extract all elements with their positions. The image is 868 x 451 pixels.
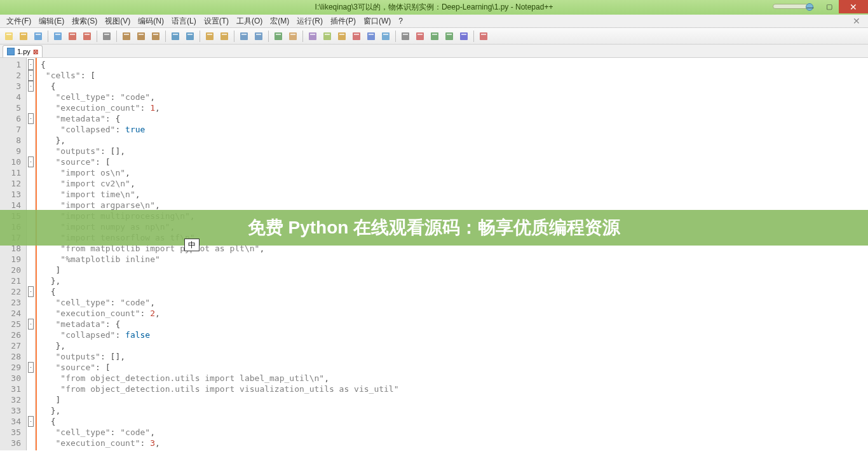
code-line[interactable]: "cell_type": "code", (41, 297, 868, 308)
zoom-out-icon[interactable] (252, 30, 265, 43)
code-line[interactable]: "import os\n", (41, 167, 868, 178)
find-icon[interactable] (203, 30, 216, 43)
code-line[interactable]: "execution_count": 3, (41, 438, 868, 448)
code-line[interactable]: { (41, 59, 868, 70)
svg-rect-26 (220, 32, 228, 40)
fold-marker[interactable]: - (27, 416, 35, 427)
menu-宏(M)[interactable]: 宏(M) (266, 16, 293, 27)
minimize-button[interactable]: — (801, 0, 820, 13)
fold-marker[interactable]: - (27, 286, 35, 297)
menu-搜索(S)[interactable]: 搜索(S) (68, 16, 101, 27)
menu-?[interactable]: ? (395, 17, 407, 25)
menu-编码(N)[interactable]: 编码(N) (134, 16, 168, 27)
open-file-icon[interactable] (17, 30, 30, 43)
show-all-icon[interactable] (306, 30, 319, 43)
menu-窗口(W)[interactable]: 窗口(W) (360, 16, 395, 27)
menu-文件(F)[interactable]: 文件(F) (3, 16, 35, 27)
code-line[interactable]: "cell_type": "code", (41, 427, 868, 438)
code-line[interactable]: "outputs": [], (41, 351, 868, 362)
code-line[interactable]: { (41, 81, 868, 92)
replay-icon[interactable] (443, 30, 456, 43)
code-line[interactable]: "cell_type": "code", (41, 92, 868, 102)
undo-icon[interactable] (169, 30, 182, 43)
fold-marker[interactable]: - (27, 319, 35, 330)
code-area[interactable]: { "cells": [ { "cell_type": "code", "exe… (36, 58, 868, 450)
file-tab[interactable]: 1.py ⊠ (3, 45, 43, 57)
save-macro-icon[interactable] (458, 30, 470, 43)
cut-icon[interactable] (120, 30, 133, 43)
fold-marker[interactable]: - (27, 156, 35, 167)
code-line[interactable]: "collapsed": false (41, 330, 868, 340)
svg-rect-8 (69, 32, 76, 40)
maximize-button[interactable]: ▢ (820, 0, 839, 13)
save-file-icon[interactable] (32, 30, 44, 43)
copy-icon[interactable] (135, 30, 147, 43)
doc-map-icon[interactable] (379, 30, 392, 43)
code-line[interactable]: "execution_count": 2, (41, 308, 868, 319)
code-line[interactable]: }, (41, 405, 868, 416)
function-list-icon[interactable] (365, 30, 377, 43)
menu-设置(T)[interactable]: 设置(T) (200, 16, 233, 27)
spell-check-icon[interactable] (477, 30, 490, 43)
fold-marker (27, 394, 35, 405)
menu-视图(V)[interactable]: 视图(V) (101, 16, 134, 27)
fold-marker[interactable]: - (27, 113, 35, 124)
menu-语言(L)[interactable]: 语言(L) (168, 16, 200, 27)
fold-marker[interactable]: - (27, 81, 35, 92)
code-line[interactable]: "import cv2\n", (41, 178, 868, 189)
svg-rect-13 (104, 34, 109, 35)
zoom-in-icon[interactable] (238, 30, 250, 43)
record-macro-icon[interactable] (414, 30, 426, 43)
close-button[interactable]: ✕ (839, 0, 868, 13)
code-line[interactable]: { (41, 416, 868, 427)
code-line[interactable]: "metadata": { (41, 113, 868, 124)
fold-marker[interactable]: - (27, 362, 35, 373)
code-line[interactable]: "source": [ (41, 362, 868, 373)
indent-guide-icon[interactable] (321, 30, 334, 43)
code-line[interactable]: ] (41, 394, 868, 405)
sync-icon[interactable] (272, 30, 285, 43)
word-wrap-icon[interactable] (287, 30, 299, 43)
code-line[interactable]: "%matplotlib inline" (41, 254, 868, 265)
fold-marker (27, 405, 35, 416)
menu-插件(P)[interactable]: 插件(P) (327, 16, 360, 27)
svg-rect-48 (402, 32, 409, 40)
fold-marker[interactable]: - (27, 70, 35, 81)
redo-icon[interactable] (184, 30, 196, 43)
code-line[interactable]: "cells": [ (41, 70, 868, 81)
fold-marker[interactable]: - (27, 59, 35, 70)
code-line[interactable]: }, (41, 340, 868, 351)
menu-工具(O)[interactable]: 工具(O) (233, 16, 266, 27)
new-file-icon[interactable] (3, 30, 15, 43)
code-line[interactable]: ] (41, 265, 868, 275)
menu-编辑(E)[interactable]: 编辑(E) (35, 16, 68, 27)
tab-close-icon[interactable]: ⊠ (33, 48, 38, 55)
paste-icon[interactable] (149, 30, 162, 43)
code-line[interactable]: "from object_detection.utils import visu… (41, 384, 868, 394)
code-line[interactable]: "source": [ (41, 156, 868, 167)
code-line[interactable]: "metadata": { (41, 319, 868, 330)
replace-icon[interactable] (218, 30, 231, 43)
language-icon[interactable] (350, 30, 363, 43)
fold-marker (27, 92, 35, 102)
menu-运行(R)[interactable]: 运行(R) (293, 16, 327, 27)
code-line[interactable]: }, (41, 275, 868, 286)
code-line[interactable]: { (41, 286, 868, 297)
code-line[interactable]: "execution_count": 1, (41, 102, 868, 113)
code-line[interactable]: "from object_detection.utils import labe… (41, 373, 868, 384)
code-line[interactable]: "collapsed": true (41, 124, 868, 135)
print-icon[interactable] (100, 30, 113, 43)
code-line[interactable]: "import argparse\n", (41, 200, 868, 211)
editor[interactable]: 1234567891011121314151617181920212223242… (0, 58, 868, 450)
close-file-icon[interactable] (66, 30, 79, 43)
menu-close-icon[interactable]: ✕ (848, 16, 865, 26)
close-all-icon[interactable] (81, 30, 93, 43)
monitor-icon[interactable] (399, 30, 412, 43)
save-all-icon[interactable] (51, 30, 64, 43)
code-line[interactable]: "outputs": [], (41, 146, 868, 156)
code-line[interactable]: }, (41, 135, 868, 146)
code-line[interactable]: "import time\n", (41, 189, 868, 200)
svg-rect-10 (83, 32, 91, 40)
play-macro-icon[interactable] (428, 30, 441, 43)
folder-icon[interactable] (336, 30, 348, 43)
